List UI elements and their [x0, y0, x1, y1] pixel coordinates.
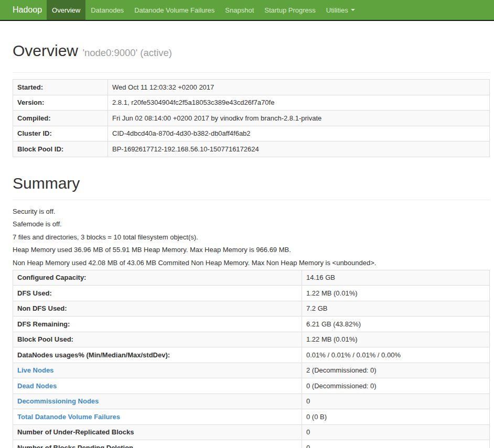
row-label: DFS Remaining: — [13, 316, 302, 332]
page-title: Overview 'node0:9000' (active) — [13, 42, 490, 61]
row-value: 1.22 MB (0.01%) — [302, 332, 490, 347]
table-row: DFS Used:1.22 MB (0.01%) — [13, 286, 490, 301]
table-row: Block Pool Used:1.22 MB (0.01%) — [13, 332, 490, 347]
table-row: Dead Nodes0 (Decommissioned: 0) — [13, 378, 490, 394]
row-label: Dead Nodes — [13, 378, 302, 394]
row-label: Block Pool Used: — [13, 332, 302, 347]
page-subtitle: 'node0:9000' (active) — [82, 47, 172, 58]
row-value: 0 — [302, 424, 490, 440]
row-value: 14.16 GB — [302, 270, 490, 286]
table-row: Configured Capacity:14.16 GB — [13, 270, 490, 286]
nav-item-label: Utilities — [326, 6, 348, 14]
row-value: 6.21 GB (43.82%) — [302, 316, 490, 332]
navbar-items: OverviewDatanodesDatanode Volume Failure… — [47, 0, 360, 20]
row-value: 2.8.1, r20fe5304904fc2f5a18053c389e43cd2… — [108, 95, 490, 111]
total-datanode-volume-failures-link[interactable]: Total Datanode Volume Failures — [17, 413, 120, 421]
dead-nodes-link[interactable]: Dead Nodes — [17, 382, 57, 390]
table-row: Compiled:Fri Jun 02 08:14:00 +0200 2017 … — [13, 111, 490, 126]
summary-table: Configured Capacity:14.16 GBDFS Used:1.2… — [13, 270, 490, 448]
nav-item-label: Datanode Volume Failures — [134, 6, 214, 14]
row-label: DFS Used: — [13, 286, 302, 301]
row-label: Live Nodes — [13, 363, 302, 378]
table-row: DataNodes usages% (Min/Median/Max/stdDev… — [13, 347, 490, 363]
nav-item-label: Startup Progress — [264, 6, 316, 14]
title-divider — [13, 72, 490, 73]
row-label: Number of Blocks Pending Deletion — [13, 440, 302, 448]
row-value: 0 — [302, 394, 490, 409]
page-title-text: Overview — [13, 42, 78, 59]
row-value: BP-1692617712-192.168.56.10-150771617262… — [108, 141, 490, 157]
nav-item-label: Datanodes — [91, 6, 124, 14]
row-label: Cluster ID: — [13, 126, 108, 141]
row-value: Fri Jun 02 08:14:00 +0200 2017 by vinodk… — [108, 111, 490, 126]
table-row: Decommissioning Nodes0 — [13, 394, 490, 409]
table-row: DFS Remaining:6.21 GB (43.82%) — [13, 316, 490, 332]
row-value: 7.2 GB — [302, 301, 490, 316]
row-label: Total Datanode Volume Failures — [13, 409, 302, 425]
summary-table-body: Configured Capacity:14.16 GBDFS Used:1.2… — [13, 270, 490, 448]
row-label: Version: — [13, 95, 108, 111]
navbar: Hadoop OverviewDatanodesDatanode Volume … — [0, 0, 494, 21]
decommissioning-nodes-link[interactable]: Decommissioning Nodes — [17, 397, 99, 405]
nav-item-snapshot[interactable]: Snapshot — [220, 0, 259, 20]
summary-paragraphs: Security is off.Safemode is off.7 files … — [13, 208, 490, 267]
summary-heading: Summary — [13, 174, 490, 192]
nav-item-datanodes[interactable]: Datanodes — [85, 0, 129, 20]
row-label: Configured Capacity: — [13, 270, 302, 286]
navbar-inner: Hadoop OverviewDatanodesDatanode Volume … — [0, 0, 494, 20]
row-value: 0 — [302, 440, 490, 448]
row-value: 0 (Decommissioned: 0) — [302, 378, 490, 394]
row-label: Non DFS Used: — [13, 301, 302, 316]
summary-line: 7 files and directories, 3 blocks = 10 t… — [13, 234, 490, 241]
row-label: Decommissioning Nodes — [13, 394, 302, 409]
table-row: Live Nodes2 (Decommissioned: 0) — [13, 363, 490, 378]
summary-line: Non Heap Memory used 42.08 MB of 43.06 M… — [13, 259, 490, 267]
summary-line: Security is off. — [13, 208, 490, 215]
nav-item-label: Overview — [52, 6, 80, 14]
row-value: Wed Oct 11 12:03:32 +0200 2017 — [108, 80, 490, 95]
table-row: Version:2.8.1, r20fe5304904fc2f5a18053c3… — [13, 95, 490, 111]
nav-item-datanode-volume-failures[interactable]: Datanode Volume Failures — [129, 0, 220, 20]
table-row: Non DFS Used:7.2 GB — [13, 301, 490, 316]
table-row: Total Datanode Volume Failures0 (0 B) — [13, 409, 490, 425]
row-value: 1.22 MB (0.01%) — [302, 286, 490, 301]
caret-down-icon — [351, 9, 355, 11]
row-label: DataNodes usages% (Min/Median/Max/stdDev… — [13, 347, 302, 363]
row-value: 0.01% / 0.01% / 0.01% / 0.00% — [302, 347, 490, 363]
nav-item-overview[interactable]: Overview — [47, 0, 85, 20]
nav-item-startup-progress[interactable]: Startup Progress — [259, 0, 321, 20]
live-nodes-link[interactable]: Live Nodes — [17, 366, 53, 374]
row-value: CID-4dbcd40a-870d-4d30-b382-db0aff4f6ab2 — [108, 126, 490, 141]
brand-link[interactable]: Hadoop — [0, 0, 47, 20]
table-row: Cluster ID:CID-4dbcd40a-870d-4d30-b382-d… — [13, 126, 490, 141]
node-info-table: Started:Wed Oct 11 12:03:32 +0200 2017Ve… — [13, 79, 490, 157]
main-content: Overview 'node0:9000' (active) Started:W… — [13, 42, 490, 448]
row-label: Started: — [13, 80, 108, 95]
table-row: Block Pool ID:BP-1692617712-192.168.56.1… — [13, 141, 490, 157]
row-label: Block Pool ID: — [13, 141, 108, 157]
node-info-table-body: Started:Wed Oct 11 12:03:32 +0200 2017Ve… — [13, 80, 490, 157]
row-value: 2 (Decommissioned: 0) — [302, 363, 490, 378]
row-value: 0 (0 B) — [302, 409, 490, 425]
nav-item-utilities[interactable]: Utilities — [321, 0, 360, 20]
row-label: Compiled: — [13, 111, 108, 126]
nav-item-label: Snapshot — [225, 6, 254, 14]
summary-line: Safemode is off. — [13, 221, 490, 228]
table-row: Number of Under-Replicated Blocks0 — [13, 424, 490, 440]
table-row: Started:Wed Oct 11 12:03:32 +0200 2017 — [13, 80, 490, 95]
table-row: Number of Blocks Pending Deletion0 — [13, 440, 490, 448]
summary-line: Heap Memory used 36.96 MB of 55.91 MB He… — [13, 246, 490, 254]
row-label: Number of Under-Replicated Blocks — [13, 424, 302, 440]
summary-divider — [13, 200, 490, 200]
